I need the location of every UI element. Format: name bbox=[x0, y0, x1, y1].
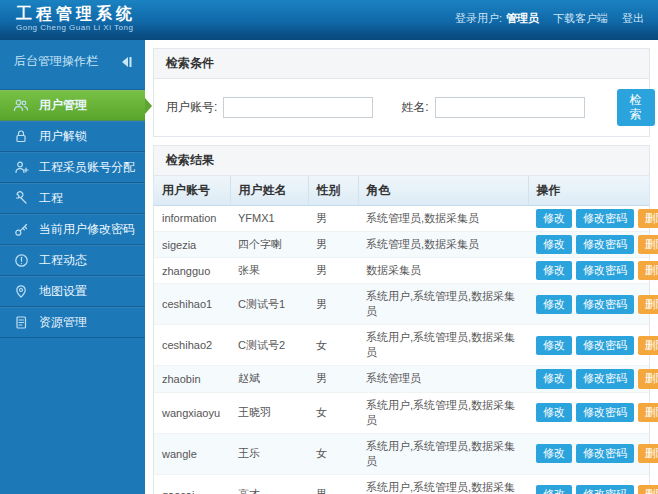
change-password-button[interactable]: 修改密码 bbox=[576, 235, 634, 254]
delete-button[interactable]: 删除 bbox=[638, 369, 658, 388]
cell-name: 王晓羽 bbox=[230, 392, 308, 433]
delete-button[interactable]: 删除 bbox=[638, 261, 658, 280]
table-row: wangle王乐女系统用户,系统管理员,数据采集员修改修改密码删除 bbox=[154, 433, 649, 474]
change-password-button[interactable]: 修改密码 bbox=[576, 295, 634, 314]
account-label: 用户账号: bbox=[166, 99, 217, 116]
sidebar-item-user-plus[interactable]: 工程采员账号分配 bbox=[0, 152, 145, 183]
delete-button[interactable]: 删除 bbox=[638, 235, 658, 254]
cell-roles: 系统管理员,数据采集员 bbox=[358, 231, 528, 257]
sidebar-item-label: 工程 bbox=[39, 190, 63, 207]
cell-actions: 修改修改密码删除 bbox=[528, 392, 649, 433]
account-input[interactable] bbox=[223, 97, 373, 118]
edit-button[interactable]: 修改 bbox=[536, 485, 572, 494]
cell-actions: 修改修改密码删除 bbox=[528, 325, 649, 366]
app-header: 工程管理系统 Gong Cheng Guan Li Xi Tong 登录用户: … bbox=[0, 0, 658, 40]
edit-button[interactable]: 修改 bbox=[536, 403, 572, 422]
delete-button[interactable]: 删除 bbox=[638, 336, 658, 355]
cell-account: information bbox=[154, 205, 230, 231]
delete-button[interactable]: 删除 bbox=[638, 444, 658, 463]
sidebar-item-label: 用户管理 bbox=[39, 97, 87, 114]
table-row: zhangguo张果男数据采集员修改修改密码删除 bbox=[154, 258, 649, 284]
change-password-button[interactable]: 修改密码 bbox=[576, 485, 634, 494]
cell-gender: 男 bbox=[308, 366, 358, 392]
cell-roles: 系统用户,系统管理员,数据采集员 bbox=[358, 392, 528, 433]
collapse-sidebar-icon[interactable] bbox=[120, 56, 133, 68]
table-body: informationYFMX1男系统管理员,数据采集员修改修改密码删除sige… bbox=[154, 205, 649, 494]
sidebar-item-label: 工程动态 bbox=[39, 252, 87, 269]
cell-account: ceshihao2 bbox=[154, 325, 230, 366]
delete-button[interactable]: 删除 bbox=[638, 403, 658, 422]
edit-button[interactable]: 修改 bbox=[536, 336, 572, 355]
column-header: 性别 bbox=[308, 176, 358, 206]
cell-name: C测试号1 bbox=[230, 284, 308, 325]
cell-gender: 男 bbox=[308, 205, 358, 231]
cell-gender: 女 bbox=[308, 392, 358, 433]
cell-gender: 男 bbox=[308, 231, 358, 257]
sidebar-item-key[interactable]: 当前用户修改密码 bbox=[0, 214, 145, 245]
change-password-button[interactable]: 修改密码 bbox=[576, 209, 634, 228]
change-password-button[interactable]: 修改密码 bbox=[576, 403, 634, 422]
change-password-button[interactable]: 修改密码 bbox=[576, 444, 634, 463]
cell-account: wangle bbox=[154, 433, 230, 474]
table-row: gaocai高才男系统用户,系统管理员,数据采集员修改修改密码删除 bbox=[154, 474, 649, 494]
edit-button[interactable]: 修改 bbox=[536, 369, 572, 388]
search-form: 用户账号: 姓名: 检索 新增 bbox=[154, 79, 649, 136]
edit-button[interactable]: 修改 bbox=[536, 235, 572, 254]
results-table: 用户账号用户姓名性别角色操作 informationYFMX1男系统管理员,数据… bbox=[154, 176, 649, 494]
wrench-icon bbox=[13, 191, 29, 207]
edit-button[interactable]: 修改 bbox=[536, 261, 572, 280]
edit-button[interactable]: 修改 bbox=[536, 295, 572, 314]
lock-icon bbox=[13, 129, 29, 145]
delete-button[interactable]: 删除 bbox=[638, 209, 658, 228]
login-user-name: 管理员 bbox=[506, 11, 539, 26]
delete-button[interactable]: 删除 bbox=[638, 485, 658, 494]
table-row: ceshihao1C测试号1男系统用户,系统管理员,数据采集员修改修改密码删除 bbox=[154, 284, 649, 325]
change-password-button[interactable]: 修改密码 bbox=[576, 369, 634, 388]
cell-name: 赵斌 bbox=[230, 366, 308, 392]
sidebar-item-users[interactable]: 用户管理 bbox=[0, 90, 145, 121]
sidebar-item-info[interactable]: 工程动态 bbox=[0, 245, 145, 276]
key-icon bbox=[13, 222, 29, 238]
cell-actions: 修改修改密码删除 bbox=[528, 474, 649, 494]
cell-gender: 男 bbox=[308, 474, 358, 494]
sidebar-item-map-pin[interactable]: 地图设置 bbox=[0, 276, 145, 307]
app-title: 工程管理系统 bbox=[16, 5, 136, 23]
delete-button[interactable]: 删除 bbox=[638, 295, 658, 314]
column-header: 用户姓名 bbox=[230, 176, 308, 206]
table-row: ceshihao2C测试号2女系统用户,系统管理员,数据采集员修改修改密码删除 bbox=[154, 325, 649, 366]
cell-actions: 修改修改密码删除 bbox=[528, 231, 649, 257]
name-input[interactable] bbox=[435, 97, 585, 118]
table-header-row: 用户账号用户姓名性别角色操作 bbox=[154, 176, 649, 206]
edit-button[interactable]: 修改 bbox=[536, 444, 572, 463]
logout-link[interactable]: 登出 bbox=[622, 11, 644, 26]
info-icon bbox=[13, 253, 29, 269]
map-pin-icon bbox=[13, 284, 29, 300]
download-client-link[interactable]: 下载客户端 bbox=[553, 11, 608, 26]
change-password-button[interactable]: 修改密码 bbox=[576, 261, 634, 280]
table-row: zhaobin赵斌男系统管理员修改修改密码删除 bbox=[154, 366, 649, 392]
sidebar-item-lock[interactable]: 用户解锁 bbox=[0, 121, 145, 152]
cell-roles: 系统用户,系统管理员,数据采集员 bbox=[358, 474, 528, 494]
cell-name: C测试号2 bbox=[230, 325, 308, 366]
cell-actions: 修改修改密码删除 bbox=[528, 258, 649, 284]
cell-account: zhangguo bbox=[154, 258, 230, 284]
login-user-info: 登录用户: 管理员 bbox=[455, 11, 539, 26]
cell-account: gaocai bbox=[154, 474, 230, 494]
table-row: informationYFMX1男系统管理员,数据采集员修改修改密码删除 bbox=[154, 205, 649, 231]
cell-roles: 系统用户,系统管理员,数据采集员 bbox=[358, 433, 528, 474]
column-header: 角色 bbox=[358, 176, 528, 206]
search-panel-title: 检索条件 bbox=[154, 49, 649, 79]
cell-name: 四个字喇 bbox=[230, 231, 308, 257]
cell-actions: 修改修改密码删除 bbox=[528, 433, 649, 474]
change-password-button[interactable]: 修改密码 bbox=[576, 336, 634, 355]
results-panel-title: 检索结果 bbox=[154, 146, 649, 176]
column-header: 用户账号 bbox=[154, 176, 230, 206]
sidebar-item-label: 资源管理 bbox=[39, 314, 87, 331]
sidebar-header: 后台管理操作栏 bbox=[0, 40, 145, 81]
sidebar-item-wrench[interactable]: 工程 bbox=[0, 183, 145, 214]
search-button[interactable]: 检索 bbox=[617, 89, 655, 126]
user-plus-icon bbox=[13, 160, 29, 176]
cell-name: 张果 bbox=[230, 258, 308, 284]
sidebar-item-document[interactable]: 资源管理 bbox=[0, 307, 145, 338]
edit-button[interactable]: 修改 bbox=[536, 209, 572, 228]
